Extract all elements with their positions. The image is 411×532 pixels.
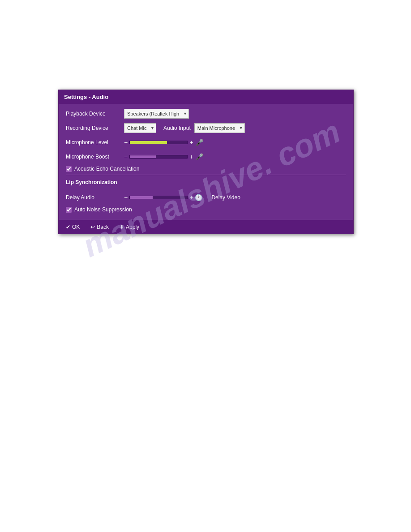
apply-label: Apply [126, 224, 139, 230]
section-divider [66, 175, 346, 175]
delay-audio-track[interactable] [129, 196, 188, 199]
delay-audio-label: Delay Audio [66, 194, 124, 201]
auto-noise-checkbox[interactable] [66, 207, 72, 213]
mic-level-slider-row: − + 🎤 [124, 139, 203, 146]
audio-input-select-wrapper: Main Microphone ▼ [194, 123, 245, 133]
delay-audio-icon: 🕐 [195, 194, 202, 201]
acoustic-echo-checkbox[interactable] [66, 166, 72, 172]
recording-select[interactable]: Chat Mic [124, 123, 156, 133]
mic-level-label: Microphone Level [66, 139, 124, 146]
playback-select[interactable]: Speakers (Realtek High [124, 109, 189, 119]
delay-audio-fill [130, 196, 153, 199]
dialog-title: Settings - Audio [64, 94, 108, 100]
mic-boost-fill [130, 155, 156, 158]
mic-boost-minus-button[interactable]: − [124, 153, 128, 160]
apply-button[interactable]: ⬇ Apply [120, 224, 139, 230]
ok-button[interactable]: ✔ OK [66, 224, 80, 230]
mic-boost-track[interactable] [129, 155, 188, 159]
recording-select-wrapper: Chat Mic ▼ [124, 123, 156, 133]
mic-level-row: Microphone Level − + 🎤 [66, 137, 346, 148]
mic-level-fill [130, 141, 167, 144]
playback-select-wrapper: Speakers (Realtek High ▼ [124, 109, 189, 119]
dialog-title-bar: Settings - Audio [59, 90, 353, 104]
mic-level-minus-button[interactable]: − [124, 139, 128, 146]
auto-noise-label: Auto Noise Suppression [74, 206, 132, 213]
lip-sync-row: Lip Synchronization [66, 178, 346, 189]
dialog-content: Playback Device Speakers (Realtek High ▼… [59, 104, 353, 220]
acoustic-echo-row: Acoustic Echo Cancellation [66, 166, 346, 172]
ok-label: OK [72, 224, 80, 230]
back-button[interactable]: ↩ Back [90, 224, 109, 230]
audio-input-label: Audio Input [163, 125, 191, 131]
auto-noise-row: Auto Noise Suppression [66, 206, 346, 213]
mic-boost-icon: 🎤 [196, 153, 203, 160]
mic-level-icon: 🎤 [196, 139, 203, 146]
mic-boost-plus-button[interactable]: + [189, 153, 193, 160]
mic-boost-slider-row: − + 🎤 [124, 153, 203, 160]
delay-audio-plus-button[interactable]: + [189, 194, 193, 201]
acoustic-echo-label: Acoustic Echo Cancellation [74, 166, 139, 172]
recording-row: Recording Device Chat Mic ▼ Audio Input … [66, 123, 346, 133]
lip-sync-label: Lip Synchronization [66, 179, 117, 185]
delay-video-label: Delay Video [211, 194, 240, 201]
mic-level-plus-button[interactable]: + [189, 139, 193, 146]
delay-audio-row: Delay Audio − + 🕐 Delay Video [66, 192, 346, 203]
mic-boost-row: Microphone Boost − + 🎤 [66, 151, 346, 162]
ok-checkmark-icon: ✔ [66, 224, 70, 230]
delay-audio-slider-row: − + 🕐 [124, 194, 202, 201]
mic-boost-label: Microphone Boost [66, 154, 124, 160]
mic-level-track[interactable] [129, 141, 188, 144]
settings-dialog: Settings - Audio Playback Device Speaker… [58, 90, 354, 234]
audio-input-select[interactable]: Main Microphone [194, 123, 245, 133]
delay-audio-minus-button[interactable]: − [124, 194, 128, 201]
recording-label: Recording Device [66, 125, 124, 131]
back-label: Back [97, 224, 109, 230]
apply-icon: ⬇ [120, 224, 124, 230]
back-arrow-icon: ↩ [90, 224, 95, 230]
playback-row: Playback Device Speakers (Realtek High ▼ [66, 108, 346, 119]
dialog-footer: ✔ OK ↩ Back ⬇ Apply [59, 220, 353, 234]
playback-label: Playback Device [66, 111, 124, 117]
